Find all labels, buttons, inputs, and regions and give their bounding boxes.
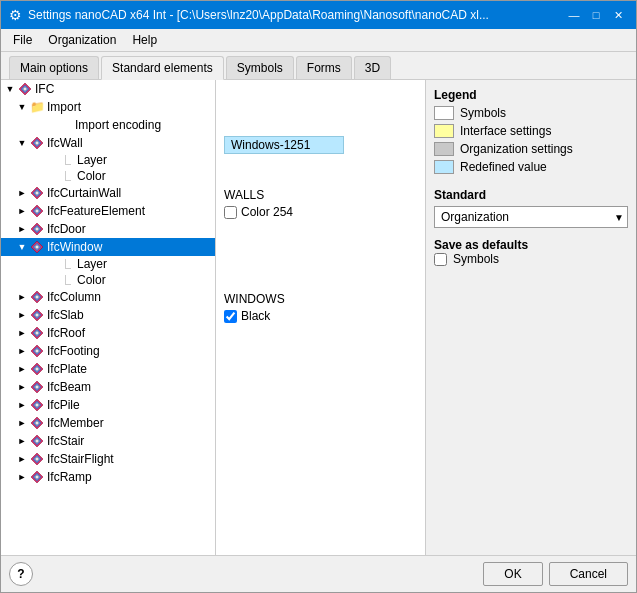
save-defaults-section: Save as defaults Symbols <box>434 234 628 266</box>
footer: ? OK Cancel <box>1 555 636 592</box>
tree-item-ifccurtainwall[interactable]: ► IfcCurtainWall <box>1 184 215 202</box>
title-bar: ⚙ Settings nanoCAD x64 Int - [C:\Users\l… <box>1 1 636 29</box>
tree-label-ifcpile: IfcPile <box>47 398 80 412</box>
tree-item-ifcstair[interactable]: ► IfcStair <box>1 432 215 450</box>
wall-color-checkbox[interactable] <box>224 206 237 219</box>
standard-section: Standard Organization ▼ <box>434 184 628 228</box>
menu-file[interactable]: File <box>5 31 40 49</box>
cancel-button[interactable]: Cancel <box>549 562 628 586</box>
ok-button[interactable]: OK <box>483 562 542 586</box>
tree-item-ifc[interactable]: ▼ IFC <box>1 80 215 98</box>
wall-layer-value: WALLS <box>224 188 264 202</box>
tab-symbols[interactable]: Symbols <box>226 56 294 79</box>
tree-item-ifcplate[interactable]: ► IfcPlate <box>1 360 215 378</box>
encoding-value[interactable]: Windows-1251 <box>224 136 344 154</box>
tree-label-ifcramp: IfcRamp <box>47 470 92 484</box>
tree-item-ifcramp[interactable]: ► IfcRamp <box>1 468 215 486</box>
expand-ifcpile[interactable]: ► <box>15 398 29 412</box>
ifc-icon-member <box>29 415 45 431</box>
tree-item-ifcbeam[interactable]: ► IfcBeam <box>1 378 215 396</box>
menu-bar: File Organization Help <box>1 29 636 52</box>
expand-ifc[interactable]: ▼ <box>3 82 17 96</box>
tree-label-window-layer: Layer <box>77 257 107 271</box>
expand-window-color <box>43 273 57 287</box>
expand-ifcstairflight[interactable]: ► <box>15 452 29 466</box>
leaf-icon-window-layer <box>65 259 71 269</box>
center-row-encoding: Windows-1251 <box>220 134 421 156</box>
tree-item-ifcstairflight[interactable]: ► IfcStairFlight <box>1 450 215 468</box>
tree-item-ifcwindow[interactable]: ▼ IfcWindow <box>1 238 215 256</box>
expand-ifcstair[interactable]: ► <box>15 434 29 448</box>
tree-label-ifcplate: IfcPlate <box>47 362 87 376</box>
tree-item-window-layer[interactable]: Layer <box>1 256 215 272</box>
expand-ifcwall[interactable]: ▼ <box>15 136 29 150</box>
expand-ifcdoor[interactable]: ► <box>15 222 29 236</box>
tree-item-ifcslab[interactable]: ► IfcSlab <box>1 306 215 324</box>
tree-item-ifcmember[interactable]: ► IfcMember <box>1 414 215 432</box>
ifc-icon-featureelement <box>29 203 45 219</box>
help-button[interactable]: ? <box>9 562 33 586</box>
tab-standard-elements[interactable]: Standard elements <box>101 56 224 80</box>
expand-ifccolumn[interactable]: ► <box>15 290 29 304</box>
legend-section: Legend Symbols Interface settings Organi… <box>434 88 628 178</box>
expand-ifcslab[interactable]: ► <box>15 308 29 322</box>
save-defaults-title: Save as defaults <box>434 238 628 252</box>
expand-import[interactable]: ▼ <box>15 100 29 114</box>
leaf-icon-encoding <box>57 117 73 133</box>
window-color-checkbox[interactable] <box>224 310 237 323</box>
legend-item-interface: Interface settings <box>434 124 628 138</box>
window-color-label: Black <box>241 309 270 323</box>
tree-item-ifcpile[interactable]: ► IfcPile <box>1 396 215 414</box>
close-button[interactable]: ✕ <box>608 5 628 25</box>
expand-ifcbeam[interactable]: ► <box>15 380 29 394</box>
tree-label-ifccolumn: IfcColumn <box>47 290 101 304</box>
tree-label-wall-color: Color <box>77 169 106 183</box>
tree-item-window-color[interactable]: Color <box>1 272 215 288</box>
center-row-wall-color: Color 254 <box>220 204 421 220</box>
tree-label-ifcfooting: IfcFooting <box>47 344 100 358</box>
footer-buttons: OK Cancel <box>483 562 628 586</box>
minimize-button[interactable]: — <box>564 5 584 25</box>
tree-item-ifcroof[interactable]: ► IfcRoof <box>1 324 215 342</box>
tree-item-import-encoding[interactable]: Import encoding <box>1 116 215 134</box>
maximize-button[interactable]: □ <box>586 5 606 25</box>
expand-wall-layer <box>43 153 57 167</box>
expand-ifcfeatureelement[interactable]: ► <box>15 204 29 218</box>
main-window: ⚙ Settings nanoCAD x64 Int - [C:\Users\l… <box>0 0 637 593</box>
tree-item-ifcdoor[interactable]: ► IfcDoor <box>1 220 215 238</box>
expand-ifcplate[interactable]: ► <box>15 362 29 376</box>
expand-ifcroof[interactable]: ► <box>15 326 29 340</box>
tab-main-options[interactable]: Main options <box>9 56 99 79</box>
expand-ifcramp[interactable]: ► <box>15 470 29 484</box>
legend-label-organization: Organization settings <box>460 142 573 156</box>
menu-help[interactable]: Help <box>124 31 165 49</box>
save-defaults-symbols-checkbox[interactable] <box>434 253 447 266</box>
tab-forms[interactable]: Forms <box>296 56 352 79</box>
save-defaults-symbols-row: Symbols <box>434 252 628 266</box>
legend-item-redefined: Redefined value <box>434 160 628 174</box>
tab-3d[interactable]: 3D <box>354 56 391 79</box>
tree-item-import[interactable]: ▼ 📁 Import <box>1 98 215 116</box>
legend-label-redefined: Redefined value <box>460 160 547 174</box>
tree-item-ifcwall[interactable]: ▼ IfcWall <box>1 134 215 152</box>
expand-ifcwindow[interactable]: ▼ <box>15 240 29 254</box>
tree-label-ifcslab: IfcSlab <box>47 308 84 322</box>
ifc-icon-stair <box>29 433 45 449</box>
expand-ifccurtainwall[interactable]: ► <box>15 186 29 200</box>
legend-box-symbols <box>434 106 454 120</box>
standard-dropdown[interactable]: Organization <box>434 206 628 228</box>
ifc-icon-curtainwall <box>29 185 45 201</box>
menu-organization[interactable]: Organization <box>40 31 124 49</box>
tree-item-ifcfeatureelement[interactable]: ► IfcFeatureElement <box>1 202 215 220</box>
tree-label-ifcwall: IfcWall <box>47 136 83 150</box>
tree-item-ifccolumn[interactable]: ► IfcColumn <box>1 288 215 306</box>
center-row-window-color: Black <box>220 308 421 324</box>
wall-color-label: Color 254 <box>241 205 293 219</box>
expand-ifcmember[interactable]: ► <box>15 416 29 430</box>
tree-item-wall-layer[interactable]: Layer <box>1 152 215 168</box>
title-buttons: — □ ✕ <box>564 5 628 25</box>
expand-ifcfooting[interactable]: ► <box>15 344 29 358</box>
ifc-icon-stairflight <box>29 451 45 467</box>
tree-item-wall-color[interactable]: Color <box>1 168 215 184</box>
tree-item-ifcfooting[interactable]: ► IfcFooting <box>1 342 215 360</box>
